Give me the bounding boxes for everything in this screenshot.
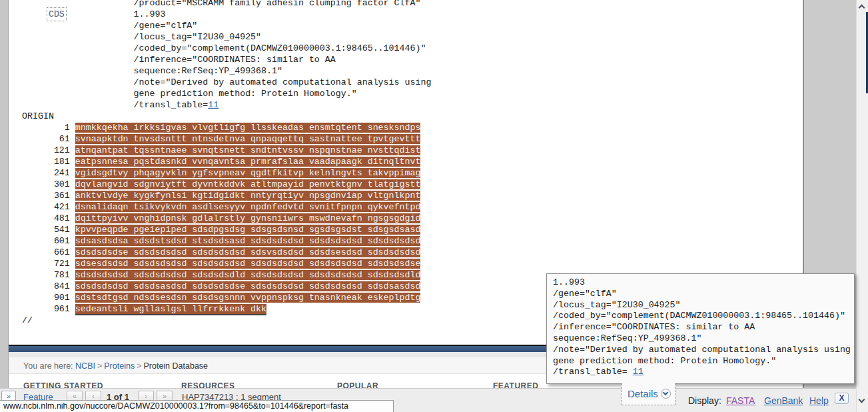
sequence-line-highlight: dqvlangvid sdgnviytft dyvntkddvk atltmpa… bbox=[75, 179, 421, 189]
ncbi-sequence-viewer-screen: /product="MSCRAMM family adhesin clumpin… bbox=[0, 0, 868, 412]
sequence-line-highlight: kpvvpeqpde pgeiepiped sdsdpgsdsg sdsgsds… bbox=[75, 225, 421, 235]
sequence-line-highlight: eatpsnnesa pqstdasnkd vvnqavntsa prmrafs… bbox=[75, 157, 421, 167]
genbank-flatfile: /product="MSCRAMM family adhesin clumpin… bbox=[22, 0, 431, 326]
feature-details-tooltip: 1..993 /gene="clfA" /locus_tag="I2U30_04… bbox=[546, 273, 855, 384]
sequence-line-highlight: sdsasdsdsa sdsdstsdsd stsdsdsasd sdsdsds… bbox=[75, 236, 421, 246]
left-gray-strip bbox=[0, 0, 9, 388]
tooltip-transl-table-link[interactable]: 11 bbox=[633, 367, 644, 377]
sequence-line-highlight: sdsesdsdsd sdsdsdsdsd sdsdsdsdsd sdsdsds… bbox=[75, 259, 421, 269]
sequence-line-highlight: sedeantsli wgllaslgsl llfrrkkenk dkk bbox=[75, 304, 266, 314]
status-bar: www.ncbi.nlm.nih.gov/nuccore/DACMWZ01000… bbox=[0, 400, 394, 412]
close-viewer-button[interactable]: X bbox=[835, 393, 849, 404]
breadcrumb-link-ncbi[interactable]: NCBI bbox=[75, 361, 95, 371]
display-help-link[interactable]: Help bbox=[809, 395, 829, 406]
sequence-line-highlight: sdsdsdsdsd sdsdsdsdsd sdsdsdsdld sdsdsds… bbox=[75, 270, 421, 280]
transl-table-link[interactable]: 11 bbox=[208, 100, 218, 110]
status-bar-url: www.ncbi.nlm.nih.gov/nuccore/DACMWZ01000… bbox=[3, 401, 348, 411]
breadcrumb: You are here: NCBI>Proteins>Protein Data… bbox=[23, 361, 208, 371]
sequence-line-highlight: mnmkkqekha irkksigvas vlvgtligfg llsskea… bbox=[75, 123, 421, 133]
sequence-line-highlight: vgidsgdtvy phqagyvkln ygfsvpneav qgdtfki… bbox=[75, 168, 421, 178]
sequence-line-highlight: sdsdsdsdse sdsdsdsdsd sdsdsdsdsd sdsvsds… bbox=[75, 247, 421, 257]
sequence-line-highlight: sdstsdtgsd ndsdsesdsn sdsdsgsnnn vvppnsp… bbox=[75, 293, 421, 303]
details-button[interactable]: Details bbox=[622, 383, 675, 405]
details-button-label: Details bbox=[628, 388, 658, 399]
breadcrumb-link-proteins[interactable]: Proteins bbox=[104, 361, 135, 371]
feature-key-cds[interactable]: CDS bbox=[49, 9, 65, 19]
display-genbank-link[interactable]: GenBank bbox=[764, 395, 803, 406]
sequence-line-highlight: svnaapktdn tnvsdsnttt ntnsdetnva qnpaqqe… bbox=[75, 134, 421, 144]
sequence-line-highlight: atnqantpat tqssntnaee svnqtsnett sndtntv… bbox=[75, 145, 421, 155]
display-fasta-link[interactable]: FASTA bbox=[726, 395, 755, 406]
sequence-line-highlight: sdsdsdsdsd sdsdsasdsd sdsdsdsdse sdsdsds… bbox=[75, 281, 421, 291]
breadcrumb-current: Protein Database bbox=[143, 361, 208, 371]
sequence-line-highlight: dqittpyivv vnghidpnsk gdlalrstly gynsnii… bbox=[75, 213, 421, 223]
breadcrumb-separator: > bbox=[135, 361, 143, 371]
chevron-down-icon bbox=[661, 389, 671, 399]
tooltip-text: 1..993 /gene="clfA" /locus_tag="I2U30_04… bbox=[553, 277, 851, 378]
breadcrumb-prefix: You are here: bbox=[23, 361, 73, 371]
sequence-line-highlight: anktvlvdye kygkfynlsi kgtidgidkt nntyrqt… bbox=[75, 191, 421, 201]
sequence-line-highlight: dsnalidaqn tsikvykvdn asdlsesyyv npdnfed… bbox=[75, 202, 421, 212]
display-label: Display: bbox=[688, 395, 721, 406]
breadcrumb-separator: > bbox=[95, 361, 104, 371]
